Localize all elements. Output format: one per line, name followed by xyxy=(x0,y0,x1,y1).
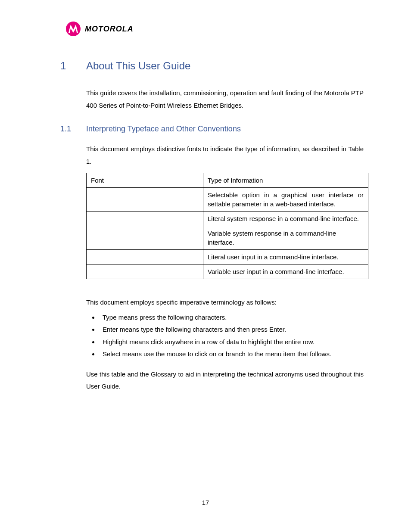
table-cell-type: Variable user input in a command-line in… xyxy=(203,264,368,279)
subsection-intro: This document employs distinctive fonts … xyxy=(86,143,364,168)
subsection-title: Interpreting Typeface and Other Conventi… xyxy=(86,124,241,134)
table-cell-font xyxy=(87,250,203,264)
subsection-number: 1.1 xyxy=(60,124,86,134)
terminology-list: Type means press the following character… xyxy=(86,311,368,361)
section-heading: 1 About This User Guide xyxy=(60,60,368,72)
table-header-font: Font xyxy=(87,173,203,188)
table-cell-type: Variable system response in a command-li… xyxy=(203,226,368,250)
table-row: Variable user input in a command-line in… xyxy=(87,264,368,279)
table-cell-font xyxy=(87,264,203,279)
section-title: About This User Guide xyxy=(86,60,190,72)
table-row: Literal system response in a command-lin… xyxy=(87,212,368,226)
list-item: Select means use the mouse to click on o… xyxy=(99,348,368,361)
table-cell-font xyxy=(87,212,203,226)
section-intro: This guide covers the installation, comm… xyxy=(86,87,364,112)
table-header-row: Font Type of Information xyxy=(87,173,368,188)
table-cell-type: Literal system response in a command-lin… xyxy=(203,212,368,226)
table-row: Literal user input in a command-line int… xyxy=(87,250,368,264)
table-cell-font xyxy=(87,188,203,212)
table-header-type: Type of Information xyxy=(203,173,368,188)
table-cell-type: Literal user input in a command-line int… xyxy=(203,250,368,264)
terminology-intro: This document employs specific imperativ… xyxy=(86,296,364,309)
table-row: Selectable option in a graphical user in… xyxy=(87,188,368,212)
terminology-closing: Use this table and the Glossary to aid i… xyxy=(86,368,364,393)
table-cell-font xyxy=(87,226,203,250)
motorola-logo-icon xyxy=(66,22,81,36)
document-header: MOTOROLA xyxy=(66,22,368,36)
page-number: 17 xyxy=(0,499,411,506)
table-cell-type: Selectable option in a graphical user in… xyxy=(203,188,368,212)
table-row: Variable system response in a command-li… xyxy=(87,226,368,250)
list-item: Type means press the following character… xyxy=(99,311,368,324)
list-item: Highlight means click anywhere in a row … xyxy=(99,336,368,348)
conventions-table: Font Type of Information Selectable opti… xyxy=(86,173,368,279)
section-number: 1 xyxy=(60,60,86,72)
brand-name: MOTOROLA xyxy=(85,25,134,34)
list-item: Enter means type the following character… xyxy=(99,324,368,336)
subsection-heading: 1.1 Interpreting Typeface and Other Conv… xyxy=(60,124,368,134)
